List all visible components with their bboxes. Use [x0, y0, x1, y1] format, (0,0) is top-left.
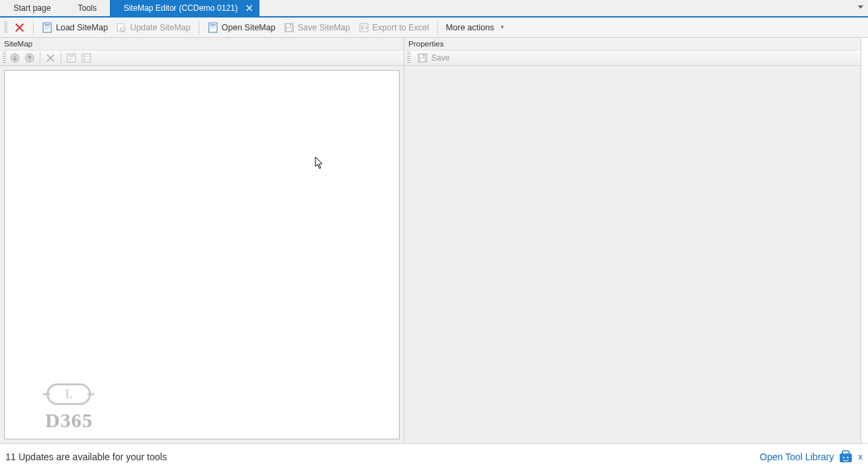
export-excel-button[interactable]: Export to Excel [354, 20, 433, 35]
svg-rect-28 [421, 59, 425, 61]
close-button[interactable] [10, 20, 29, 35]
button-label: Save [431, 53, 450, 63]
update-sitemap-button[interactable]: Update SiteMap [112, 20, 195, 35]
svg-rect-3 [44, 28, 50, 28]
svg-rect-2 [44, 26, 50, 27]
chevron-down-icon: ▼ [499, 24, 505, 30]
more-actions-button[interactable]: More actions ▼ [442, 21, 509, 34]
svg-rect-14 [360, 24, 368, 32]
display-names-icon [67, 53, 77, 63]
open-tool-library-link[interactable]: Open Tool Library [760, 449, 852, 464]
toolbar-grip-icon [407, 52, 410, 64]
separator [40, 51, 40, 65]
toolbar-grip-icon [4, 22, 7, 34]
update-icon [116, 22, 127, 33]
open-sitemap-button[interactable]: Open SiteMap [204, 20, 280, 35]
properties-toolbar: Save [404, 50, 861, 66]
save-icon [284, 22, 294, 33]
move-down-button[interactable] [7, 51, 22, 65]
cursor-icon [315, 156, 324, 170]
display-names-button[interactable] [64, 51, 79, 65]
content-split: SiteMap [0, 38, 868, 443]
button-label: Load SiteMap [56, 23, 108, 32]
excel-icon [359, 22, 369, 33]
tab-label: Start page [13, 3, 51, 13]
watermark-letter: L [65, 387, 73, 402]
sitemap-pane: SiteMap [0, 38, 404, 443]
button-label: Export to Excel [373, 23, 429, 32]
button-label: Update SiteMap [130, 23, 191, 32]
button-label: Open SiteMap [222, 23, 276, 32]
arrow-up-circle-icon [24, 53, 35, 63]
tab-tools[interactable]: Tools [64, 0, 110, 16]
svg-rect-29 [423, 55, 425, 57]
right-gutter [861, 38, 868, 443]
svg-rect-13 [290, 24, 291, 26]
tab-label: SiteMap Editor (CCDemo 0121) [123, 3, 237, 13]
sitemap-pane-title: SiteMap [0, 38, 404, 50]
separator [437, 21, 438, 34]
save-icon [417, 53, 428, 63]
logical-names-button[interactable] [79, 51, 94, 65]
updates-available-text: 11 Updates are available for your tools [5, 451, 167, 462]
close-icon [14, 22, 25, 33]
logical-names-icon [82, 53, 92, 63]
svg-rect-1 [44, 24, 50, 26]
properties-pane-title: Properties [404, 38, 861, 50]
sitemap-canvas[interactable]: L D365 [4, 70, 400, 439]
status-bar: 11 Updates are available for your tools … [0, 443, 868, 469]
close-tab-icon[interactable] [245, 3, 254, 13]
load-sitemap-button[interactable]: Load SiteMap [38, 20, 112, 35]
properties-body [404, 66, 861, 443]
properties-pane: Properties Save [404, 38, 861, 443]
tab-sitemap-editor[interactable]: SiteMap Editor (CCDemo 0121) [110, 0, 259, 16]
delete-button[interactable] [43, 51, 58, 65]
document-icon [42, 22, 53, 33]
move-up-button[interactable] [22, 51, 37, 65]
tool-library-icon [838, 449, 853, 464]
svg-rect-7 [210, 24, 216, 26]
svg-rect-19 [69, 58, 74, 59]
watermark-ring-icon: L [46, 383, 91, 405]
arrow-down-circle-icon [9, 53, 20, 63]
svg-point-31 [842, 456, 844, 458]
statusbar-close-button[interactable]: x [859, 451, 863, 462]
main-toolbar: Load SiteMap Update SiteMap Open SiteMap… [0, 18, 868, 38]
toolbar-grip-icon [3, 52, 6, 64]
link-label: Open Tool Library [760, 451, 834, 462]
tab-label: Tools [78, 3, 96, 13]
svg-rect-12 [287, 28, 291, 31]
svg-rect-21 [82, 54, 90, 62]
svg-rect-20 [69, 59, 72, 60]
svg-point-32 [846, 456, 848, 458]
document-open-icon [208, 22, 218, 33]
save-sitemap-button[interactable]: Save SiteMap [280, 20, 354, 35]
svg-rect-23 [86, 56, 90, 57]
watermark-text: D365 [45, 409, 93, 432]
svg-rect-22 [84, 55, 86, 57]
button-label: More actions [446, 23, 495, 32]
separator [61, 51, 61, 65]
properties-save-button[interactable]: Save [413, 51, 454, 65]
separator [33, 21, 34, 34]
svg-rect-25 [86, 59, 90, 60]
svg-rect-9 [210, 28, 216, 28]
tab-strip: Start page Tools SiteMap Editor (CCDemo … [0, 0, 868, 18]
separator [199, 21, 199, 34]
delete-icon [46, 53, 55, 63]
svg-rect-4 [44, 29, 48, 30]
button-label: Save SiteMap [298, 23, 350, 32]
svg-rect-8 [210, 26, 216, 27]
tabs-dropdown-icon[interactable] [856, 3, 865, 12]
watermark: L D365 [45, 383, 93, 432]
tab-start-page[interactable]: Start page [0, 0, 64, 16]
sitemap-sub-toolbar [0, 50, 404, 66]
sitemap-canvas-wrap: L D365 [0, 66, 404, 443]
svg-rect-18 [69, 55, 74, 57]
svg-rect-24 [84, 59, 86, 61]
